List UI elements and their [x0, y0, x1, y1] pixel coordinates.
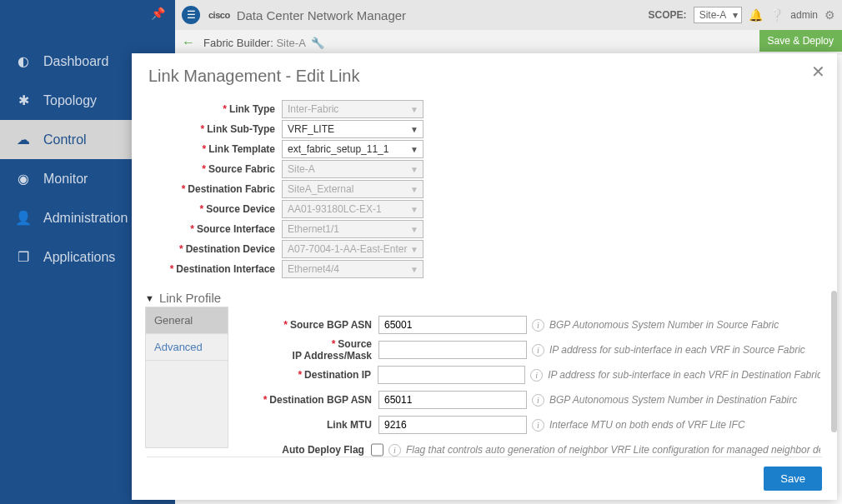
gear-icon[interactable]: ⚙ [824, 8, 835, 22]
eye-icon: ◉ [15, 171, 32, 187]
source-device-label: Source Device [206, 203, 275, 215]
modal-title: Link Management - Edit Link [132, 53, 837, 94]
sidebar-item-label: Control [43, 132, 87, 147]
gauge-icon: ◐ [15, 53, 32, 69]
sidebar-item-label: Topology [43, 93, 97, 108]
tab-advanced[interactable]: Advanced [146, 334, 228, 361]
info-icon[interactable]: i [532, 344, 544, 357]
destination-fabric-select: SiteA_External▼ [282, 180, 424, 198]
destination-ip-label: Destination IP [304, 369, 371, 381]
destination-device-label: Destination Device [186, 243, 275, 255]
link-template-select[interactable]: ext_fabric_setup_11_1▼ [282, 140, 424, 158]
tab-general[interactable]: General [146, 307, 228, 334]
save-button[interactable]: Save [764, 467, 822, 491]
close-icon[interactable]: ✕ [811, 62, 825, 82]
source-bgp-asn-hint: BGP Autonomous System Number in Source F… [549, 319, 779, 331]
link-profile-header[interactable]: ▼ Link Profile [145, 291, 824, 305]
source-fabric-label: Source Fabric [208, 163, 275, 175]
info-icon[interactable]: i [388, 444, 401, 457]
destination-interface-select: Ethernet4/4▼ [282, 260, 424, 278]
profile-fields: *Source BGP ASN i BGP Autonomous System … [228, 307, 824, 457]
source-fabric-select: Site-A▼ [282, 160, 424, 178]
scope-select[interactable]: Site-A [694, 7, 743, 23]
destination-bgp-asn-hint: BGP Autonomous System Number in Destinat… [549, 394, 797, 406]
save-deploy-button[interactable]: Save & Deploy [759, 30, 842, 52]
destination-bgp-asn-label: Destination BGP ASN [269, 394, 372, 406]
source-device-select: AA01-93180LC-EX-1▼ [282, 200, 424, 218]
sidebar-item-label: Applications [43, 250, 115, 265]
wrench-icon[interactable]: 🔧 [311, 37, 324, 49]
link-type-select: Inter-Fabric▼ [282, 100, 424, 118]
topology-icon: ✱ [15, 92, 32, 108]
link-profile-section: ▼ Link Profile General Advanced *Source … [132, 291, 837, 457]
profile-tabs: General Advanced [145, 307, 228, 448]
menu-toggle-icon[interactable]: ☰ [182, 6, 200, 24]
breadcrumb-prefix: Fabric Builder: [203, 37, 273, 49]
pin-icon[interactable]: 📌 [151, 7, 165, 20]
apps-icon: ❐ [15, 249, 32, 265]
link-mtu-hint: Interface MTU on both ends of VRF Lite I… [549, 419, 745, 431]
link-mtu-label: Link MTU [327, 419, 372, 431]
destination-interface-label: Destination Interface [176, 263, 275, 275]
source-bgp-asn-input[interactable] [378, 316, 527, 334]
link-mtu-input[interactable] [378, 416, 527, 434]
scrollbar[interactable] [830, 291, 837, 457]
user-label[interactable]: admin [790, 9, 818, 21]
link-template-label: Link Template [208, 143, 275, 155]
top-header: ☰ cisco Data Center Network Manager SCOP… [175, 0, 842, 30]
source-ip-input[interactable] [378, 341, 527, 359]
modal-footer: Save [147, 457, 822, 500]
link-sub-type-select[interactable]: VRF_LITE▼ [282, 120, 424, 138]
cloud-icon: ☁ [15, 132, 32, 147]
back-arrow-icon[interactable]: ← [182, 35, 195, 50]
sub-header: ← Fabric Builder: Site-A 🔧 Save & Deploy [175, 30, 842, 55]
auto-deploy-checkbox[interactable] [371, 443, 383, 457]
edit-link-modal: Link Management - Edit Link ✕ *Link Type… [132, 53, 837, 500]
brand-logo: cisco [208, 10, 230, 20]
source-interface-label: Source Interface [197, 223, 275, 235]
sidebar-item-label: Monitor [43, 172, 88, 187]
breadcrumb-value: Site-A [276, 37, 305, 49]
auto-deploy-hint: Flag that controls auto generation of ne… [406, 444, 820, 456]
destination-bgp-asn-input[interactable] [378, 391, 527, 409]
link-form: *Link Type Inter-Fabric▼ *Link Sub-Type … [132, 94, 837, 279]
user-plus-icon: 👤 [15, 210, 32, 226]
scope-label: SCOPE: [649, 9, 687, 21]
source-interface-select: Ethernet1/1▼ [282, 220, 424, 238]
info-icon[interactable]: i [532, 419, 544, 432]
product-title: Data Center Network Manager [237, 8, 406, 22]
auto-deploy-label: Auto Deploy Flag [282, 444, 364, 456]
destination-fabric-label: Destination Fabric [188, 183, 275, 195]
info-icon[interactable]: i [532, 319, 544, 332]
collapse-icon[interactable]: ▼ [145, 293, 154, 303]
info-icon[interactable]: i [530, 369, 543, 382]
sidebar-item-label: Administration [43, 211, 128, 226]
source-bgp-asn-label: Source BGP ASN [290, 319, 372, 331]
link-type-label: Link Type [229, 103, 275, 115]
link-profile-title: Link Profile [159, 291, 221, 305]
source-ip-hint: IP address for sub-interface in each VRF… [549, 344, 805, 356]
bell-icon[interactable]: 🔔 [749, 8, 763, 22]
help-icon[interactable]: ❔ [769, 8, 784, 22]
destination-ip-input[interactable] [378, 366, 525, 384]
sidebar-item-label: Dashboard [43, 54, 108, 69]
info-icon[interactable]: i [532, 394, 544, 407]
link-sub-type-label: Link Sub-Type [207, 123, 275, 135]
destination-ip-hint: IP address for sub-interface in each VRF… [548, 369, 820, 381]
destination-device-select: A07-7004-1-AA-East-Enterprise▼ [282, 240, 424, 258]
